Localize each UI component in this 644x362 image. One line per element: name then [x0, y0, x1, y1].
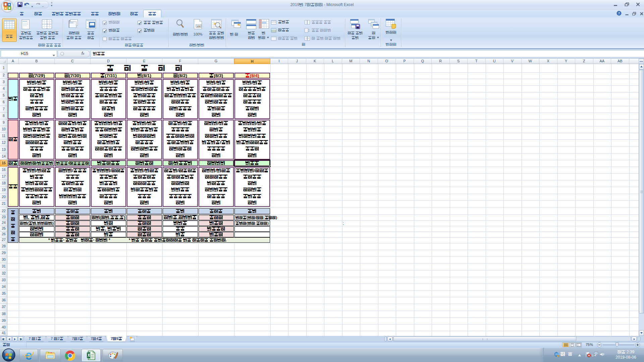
svg-text:100: 100: [197, 25, 201, 28]
svg-text:?: ?: [618, 11, 620, 15]
